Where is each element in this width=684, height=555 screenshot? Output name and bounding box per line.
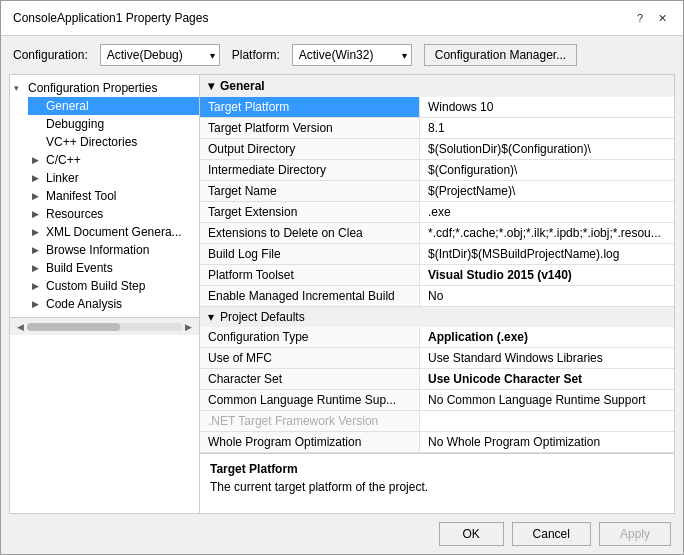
left-scrollbar[interactable]: ◀ ▶ — [10, 317, 199, 335]
left-panel: ▾ Configuration Properties General Debug… — [10, 75, 200, 513]
prop-row-target-name[interactable]: Target Name $(ProjectName)\ — [200, 181, 674, 202]
tree-item-debugging[interactable]: Debugging — [28, 115, 199, 133]
prop-row-net-framework[interactable]: .NET Target Framework Version — [200, 411, 674, 432]
resources-expand-icon: ▶ — [32, 209, 46, 219]
prop-name-output-dir: Output Directory — [200, 139, 420, 159]
prop-name-intermediate-dir: Intermediate Directory — [200, 160, 420, 180]
dialog-title: ConsoleApplication1 Property Pages — [13, 11, 208, 25]
scroll-right-arrow[interactable]: ▶ — [182, 322, 195, 332]
prop-value-clr[interactable]: No Common Language Runtime Support — [420, 390, 674, 410]
tree-item-general-label: General — [46, 99, 89, 113]
ccpp-expand-icon: ▶ — [32, 155, 46, 165]
prop-value-build-log[interactable]: $(IntDir)$(MSBuildProjectName).log — [420, 244, 674, 264]
prop-name-whole-program: Whole Program Optimization — [200, 432, 420, 452]
prop-row-managed-incremental[interactable]: Enable Managed Incremental Build No — [200, 286, 674, 307]
tree-item-linker-label: Linker — [46, 171, 79, 185]
cancel-button[interactable]: Cancel — [512, 522, 591, 546]
platform-select[interactable]: Active(Win32) — [292, 44, 412, 66]
tree-item-vc-dirs[interactable]: VC++ Directories — [28, 133, 199, 151]
prop-value-target-name[interactable]: $(ProjectName)\ — [420, 181, 674, 201]
root-expand-icon: ▾ — [14, 83, 28, 93]
tree-item-build-events-label: Build Events — [46, 261, 113, 275]
tree-item-ccpp[interactable]: ▶ C/C++ — [28, 151, 199, 169]
manifest-expand-icon: ▶ — [32, 191, 46, 201]
prop-row-build-log[interactable]: Build Log File $(IntDir)$(MSBuildProject… — [200, 244, 674, 265]
config-select[interactable]: Active(Debug) — [100, 44, 220, 66]
prop-value-target-platform[interactable]: Windows 10 — [420, 97, 674, 117]
main-content: ▾ Configuration Properties General Debug… — [9, 74, 675, 514]
prop-row-ext-delete[interactable]: Extensions to Delete on Clea *.cdf;*.cac… — [200, 223, 674, 244]
browse-expand-icon: ▶ — [32, 245, 46, 255]
prop-row-target-ext[interactable]: Target Extension .exe — [200, 202, 674, 223]
code-analysis-expand-icon: ▶ — [32, 299, 46, 309]
platform-select-wrap[interactable]: Active(Win32) — [292, 44, 412, 66]
prop-name-charset: Character Set — [200, 369, 420, 389]
prop-value-net-framework[interactable] — [420, 411, 674, 431]
prop-value-config-type[interactable]: Application (.exe) — [420, 327, 674, 347]
prop-row-target-platform[interactable]: Target Platform Windows 10 — [200, 97, 674, 118]
prop-row-charset[interactable]: Character Set Use Unicode Character Set — [200, 369, 674, 390]
section-project-header[interactable]: ▾ Project Defaults — [200, 307, 674, 327]
tree-item-resources-label: Resources — [46, 207, 103, 221]
prop-row-output-dir[interactable]: Output Directory $(SolutionDir)$(Configu… — [200, 139, 674, 160]
prop-value-intermediate-dir[interactable]: $(Configuration)\ — [420, 160, 674, 180]
prop-row-config-type[interactable]: Configuration Type Application (.exe) — [200, 327, 674, 348]
debugging-expand-icon — [32, 119, 46, 129]
prop-row-clr[interactable]: Common Language Runtime Sup... No Common… — [200, 390, 674, 411]
prop-name-clr: Common Language Runtime Sup... — [200, 390, 420, 410]
tree-item-build-events[interactable]: ▶ Build Events — [28, 259, 199, 277]
tree-item-xml-doc[interactable]: ▶ XML Document Genera... — [28, 223, 199, 241]
config-manager-button[interactable]: Configuration Manager... — [424, 44, 577, 66]
tree-item-ccpp-label: C/C++ — [46, 153, 81, 167]
property-pages-dialog: ConsoleApplication1 Property Pages ? ✕ C… — [0, 0, 684, 555]
tree-item-browse-label: Browse Information — [46, 243, 149, 257]
build-events-expand-icon: ▶ — [32, 263, 46, 273]
bottom-bar: OK Cancel Apply — [1, 514, 683, 554]
tree-item-vc-dirs-label: VC++ Directories — [46, 135, 137, 149]
tree-item-code-analysis[interactable]: ▶ Code Analysis — [28, 295, 199, 313]
tree-item-general[interactable]: General — [28, 97, 199, 115]
scroll-track[interactable] — [27, 323, 182, 331]
apply-button[interactable]: Apply — [599, 522, 671, 546]
prop-name-managed-incremental: Enable Managed Incremental Build — [200, 286, 420, 306]
tree-item-custom-build[interactable]: ▶ Custom Build Step — [28, 277, 199, 295]
prop-value-managed-incremental[interactable]: No — [420, 286, 674, 306]
platform-label: Platform: — [232, 48, 280, 62]
tree-item-manifest-tool[interactable]: ▶ Manifest Tool — [28, 187, 199, 205]
prop-value-platform-version[interactable]: 8.1 — [420, 118, 674, 138]
general-expand-icon — [32, 101, 46, 111]
prop-name-target-ext: Target Extension — [200, 202, 420, 222]
prop-row-use-mfc[interactable]: Use of MFC Use Standard Windows Librarie… — [200, 348, 674, 369]
section-general-header[interactable]: ▾ General — [200, 75, 674, 97]
prop-row-platform-toolset[interactable]: Platform Toolset Visual Studio 2015 (v14… — [200, 265, 674, 286]
prop-value-ext-delete[interactable]: *.cdf;*.cache;*.obj;*.ilk;*.ipdb;*.iobj;… — [420, 223, 674, 243]
xml-doc-expand-icon: ▶ — [32, 227, 46, 237]
prop-value-target-ext[interactable]: .exe — [420, 202, 674, 222]
custom-build-expand-icon: ▶ — [32, 281, 46, 291]
config-select-wrap[interactable]: Active(Debug) — [100, 44, 220, 66]
prop-value-use-mfc[interactable]: Use Standard Windows Libraries — [420, 348, 674, 368]
prop-name-config-type: Configuration Type — [200, 327, 420, 347]
prop-value-whole-program[interactable]: No Whole Program Optimization — [420, 432, 674, 452]
prop-name-target-platform: Target Platform — [200, 97, 420, 117]
prop-value-output-dir[interactable]: $(SolutionDir)$(Configuration)\ — [420, 139, 674, 159]
tree-item-resources[interactable]: ▶ Resources — [28, 205, 199, 223]
scroll-left-arrow[interactable]: ◀ — [14, 322, 27, 332]
props-table: Target Platform Windows 10 Target Platfo… — [200, 97, 674, 453]
title-controls: ? ✕ — [631, 9, 671, 27]
tree-root-label: Configuration Properties — [28, 81, 157, 95]
prop-value-charset[interactable]: Use Unicode Character Set — [420, 369, 674, 389]
prop-name-target-name: Target Name — [200, 181, 420, 201]
ok-button[interactable]: OK — [439, 522, 504, 546]
tree-item-browse-info[interactable]: ▶ Browse Information — [28, 241, 199, 259]
scroll-thumb[interactable] — [27, 323, 120, 331]
prop-row-platform-version[interactable]: Target Platform Version 8.1 — [200, 118, 674, 139]
prop-row-intermediate-dir[interactable]: Intermediate Directory $(Configuration)\ — [200, 160, 674, 181]
prop-value-platform-toolset[interactable]: Visual Studio 2015 (v140) — [420, 265, 674, 285]
tree-item-linker[interactable]: ▶ Linker — [28, 169, 199, 187]
tree-root-item[interactable]: ▾ Configuration Properties — [10, 79, 199, 97]
config-label: Configuration: — [13, 48, 88, 62]
help-button[interactable]: ? — [631, 9, 649, 27]
prop-row-whole-program[interactable]: Whole Program Optimization No Whole Prog… — [200, 432, 674, 453]
close-button[interactable]: ✕ — [653, 9, 671, 27]
